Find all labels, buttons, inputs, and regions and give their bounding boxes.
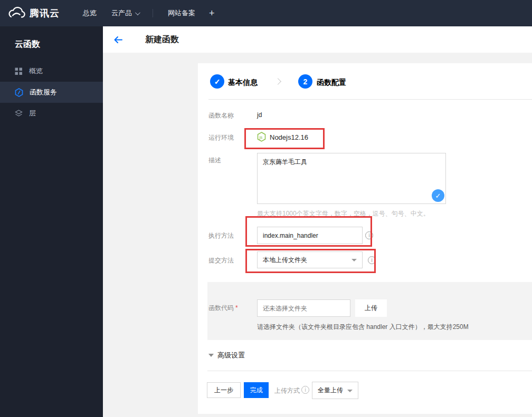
chevron-down-icon: [135, 10, 140, 15]
previous-step-button[interactable]: 上一步: [207, 382, 241, 398]
info-glyph: i: [368, 232, 369, 238]
nodejs-icon: js: [257, 132, 266, 142]
brand-name: 腾讯云: [30, 7, 60, 20]
add-tab-button[interactable]: +: [209, 8, 215, 19]
upload-button[interactable]: 上传: [355, 299, 387, 317]
svg-text:js: js: [259, 135, 263, 140]
sidebar-item-function-service[interactable]: 函数服务: [0, 82, 103, 103]
nav-divider: [153, 9, 153, 17]
folder-path-input[interactable]: [257, 299, 350, 317]
finish-button[interactable]: 完成: [244, 382, 269, 398]
step2-number: 2: [303, 77, 308, 86]
upload-mode-label: 上传方式: [274, 386, 300, 395]
layers-icon: [15, 110, 23, 118]
description-hint: 最大支持1000个英文字母，数字，空格，逗号、句号、中文。: [257, 209, 430, 218]
back-arrow-icon[interactable]: [113, 36, 123, 44]
step2-label: 函数配置: [317, 78, 346, 88]
footer-divider: [207, 371, 532, 371]
runtime-label: 运行环境: [208, 133, 234, 142]
sidebar-item-label: 概览: [29, 66, 43, 76]
handler-input[interactable]: [257, 227, 363, 244]
step2-number-badge: 2: [298, 74, 312, 89]
dropdown-caret-icon: [352, 259, 357, 261]
steps-divider: [208, 99, 532, 100]
nav-icp-label: 网站备案: [168, 8, 195, 18]
nav-overview-label: 总览: [83, 8, 97, 18]
submit-method-select[interactable]: 本地上传文件夹: [257, 251, 363, 268]
function-code-label-text: 函数代码: [208, 304, 234, 312]
dropdown-caret-icon: [347, 390, 353, 392]
tencent-cloud-console: 腾讯云 总览 云产品 网站备案 + 云函数 概览: [0, 0, 532, 417]
nav-item-products[interactable]: 云产品: [111, 8, 139, 18]
sidebar: 云函数 概览 函数服务: [0, 26, 103, 417]
function-code-hint: 请选择文件夹（该文件夹根目录应包含 handler 入口文件），最大支持250M: [257, 323, 469, 332]
function-name-label: 函数名称: [208, 111, 234, 120]
advanced-settings-toggle[interactable]: 高级设置: [208, 351, 245, 360]
sidebar-item-overview[interactable]: 概览: [0, 61, 103, 82]
sidebar-item-label: 函数服务: [30, 88, 57, 97]
step-chevron-icon: [274, 78, 281, 85]
step1-label: 基本信息: [228, 78, 258, 88]
handler-info-icon[interactable]: i: [365, 231, 373, 239]
top-navbar: 腾讯云 总览 云产品 网站备案 +: [0, 0, 532, 26]
required-asterisk: *: [235, 304, 238, 312]
check-icon: ✓: [214, 77, 221, 86]
create-function-panel: ✓ 基本信息 2 函数配置 函数名称 jd 运行环境 js Nodejs12.1…: [198, 63, 532, 414]
function-code-label: 函数代码*: [208, 304, 238, 313]
nav-item-icp[interactable]: 网站备案: [168, 8, 195, 18]
brand-logo[interactable]: 腾讯云: [0, 7, 67, 20]
sidebar-item-label: 层: [29, 109, 36, 118]
upload-mode-info-icon[interactable]: i: [301, 386, 309, 394]
page-header: 新建函数: [103, 26, 532, 53]
description-textarea[interactable]: 京东薅羊毛工具: [257, 153, 446, 204]
handler-label: 执行方法: [208, 231, 234, 240]
triangle-down-icon: [208, 354, 214, 357]
runtime-value: Nodejs12.16: [270, 133, 308, 141]
submit-method-info-icon[interactable]: i: [368, 256, 376, 264]
page-title: 新建函数: [145, 34, 179, 45]
nav-products-label: 云产品: [111, 8, 132, 18]
info-glyph: i: [371, 257, 372, 263]
sidebar-item-layers[interactable]: 层: [0, 103, 103, 124]
check-icon: ✓: [435, 192, 441, 200]
function-name-value: jd: [257, 111, 262, 119]
advanced-settings-label: 高级设置: [217, 351, 245, 360]
nav-item-overview[interactable]: 总览: [83, 8, 97, 18]
valid-check-bubble: ✓: [432, 189, 444, 202]
submit-method-label: 提交方法: [208, 256, 234, 265]
info-glyph: i: [305, 387, 306, 393]
upload-mode-select[interactable]: 全量上传: [312, 382, 358, 399]
submit-method-value: 本地上传文件夹: [263, 256, 307, 265]
sidebar-title: 云函数: [0, 26, 103, 61]
grid-icon: [15, 67, 23, 75]
function-hexagon-icon: [15, 88, 23, 97]
description-label: 描述: [208, 156, 221, 165]
upload-mode-value: 全量上传: [318, 386, 343, 395]
cloud-logo-icon: [7, 7, 25, 20]
step1-done-check-icon: ✓: [210, 74, 224, 89]
